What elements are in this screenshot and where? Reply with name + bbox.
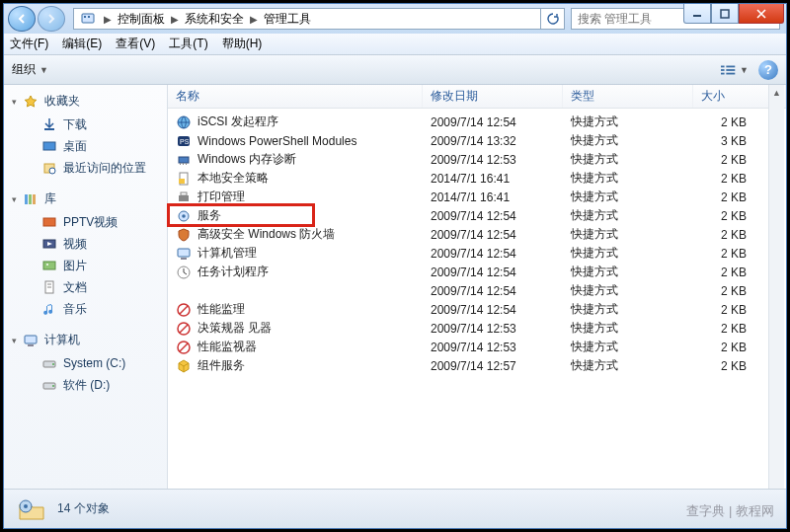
file-row[interactable]: 打印管理2014/7/1 16:41快捷方式2 KB (168, 188, 786, 206)
close-button[interactable] (739, 4, 784, 24)
file-row[interactable]: PSWindows PowerShell Modules2009/7/14 13… (168, 131, 786, 150)
statusbar: 14 个对象 (4, 489, 786, 528)
sidebar-item[interactable]: 文档 (4, 276, 167, 298)
svg-point-23 (46, 264, 48, 266)
file-date: 2009/7/14 12:54 (423, 115, 563, 129)
chevron-down-icon: ▾ (12, 336, 17, 345)
file-row[interactable]: 性能监视器2009/7/14 12:53快捷方式2 KB (168, 338, 786, 356)
file-row[interactable]: 决策规器 见器2009/7/14 12:53快捷方式2 KB (168, 319, 786, 338)
file-name: 本地安全策略 (198, 170, 269, 187)
file-icon (176, 208, 192, 224)
file-icon (176, 265, 192, 280)
toolbar: 组织 ▼ ▼ ? (4, 55, 786, 85)
menu-help[interactable]: 帮助(H) (222, 36, 263, 52)
sidebar-head-favorites[interactable]: ▾ 收藏夹 (4, 91, 167, 114)
file-row[interactable]: iSCSI 发起程序2009/7/14 12:54快捷方式2 KB (168, 113, 786, 131)
file-type: 快捷方式 (563, 282, 693, 299)
file-date: 2009/7/14 12:54 (423, 247, 563, 261)
file-row[interactable]: 高级安全 Windows 防火墙2009/7/14 12:54快捷方式2 KB (168, 225, 786, 244)
file-date: 2014/7/1 16:41 (423, 190, 563, 204)
breadcrumb-item[interactable]: 系统和安全 (183, 11, 246, 28)
item-icon (41, 377, 57, 393)
sidebar-item[interactable]: 下载 (4, 114, 167, 135)
file-type: 快捷方式 (563, 320, 693, 337)
file-name: 决策规器 见器 (198, 320, 272, 337)
sidebar-item[interactable]: System (C:) (4, 352, 167, 374)
sidebar-item[interactable]: 音乐 (4, 298, 167, 320)
nav-back-button[interactable] (8, 6, 36, 32)
column-name[interactable]: 名称 (168, 85, 423, 108)
svg-rect-20 (43, 218, 55, 226)
view-mode-button[interactable]: ▼ (721, 59, 749, 81)
sidebar-item[interactable]: 桌面 (4, 135, 167, 157)
file-date: 2009/7/14 12:53 (423, 153, 563, 167)
help-button[interactable]: ? (758, 60, 778, 80)
breadcrumb-item[interactable]: 控制面板 (116, 11, 167, 28)
menu-view[interactable]: 查看(V) (116, 36, 155, 52)
file-type: 快捷方式 (563, 301, 693, 318)
explorer-window: ▶ 控制面板 ▶ 系统和安全 ▶ 管理工具 文件(F) 编辑(E) 查看(V) … (3, 3, 787, 529)
sidebar-item[interactable]: PPTV视频 (4, 211, 167, 233)
menu-file[interactable]: 文件(F) (10, 36, 48, 52)
sidebar-head-computer[interactable]: ▾ 计算机 (4, 330, 167, 352)
maximize-button[interactable] (711, 4, 739, 24)
scroll-up-icon[interactable]: ▲ (769, 85, 784, 101)
file-icon (176, 283, 192, 299)
address-bar[interactable]: ▶ 控制面板 ▶ 系统和安全 ▶ 管理工具 (73, 8, 541, 30)
sidebar-item[interactable]: 图片 (4, 255, 167, 276)
refresh-button[interactable] (541, 8, 565, 30)
file-type: 快捷方式 (563, 264, 693, 280)
sidebar-item-label: 下载 (63, 115, 87, 133)
column-type[interactable]: 类型 (563, 85, 693, 108)
file-icon (176, 227, 192, 243)
svg-rect-9 (721, 72, 725, 74)
file-row[interactable]: 任务计划程序2009/7/14 12:54快捷方式2 KB (168, 263, 786, 281)
sidebar-group-computer: ▾ 计算机 System (C:)软件 (D:) (4, 330, 167, 396)
arrow-right-icon (46, 14, 56, 24)
scrollbar-vertical[interactable]: ▲ (768, 85, 784, 489)
menu-edit[interactable]: 编辑(E) (62, 36, 102, 52)
sidebar-item[interactable]: 视频 (4, 233, 167, 255)
file-name: 任务计划程序 (198, 264, 269, 280)
menu-tools[interactable]: 工具(T) (169, 36, 207, 52)
sidebar-head-libraries[interactable]: ▾ 库 (4, 189, 167, 211)
file-row[interactable]: 组件服务2009/7/14 12:57快捷方式2 KB (168, 356, 786, 375)
chevron-right-icon[interactable]: ▶ (100, 14, 116, 25)
file-row[interactable]: 服务2009/7/14 12:54快捷方式2 KB (168, 206, 786, 225)
chevron-right-icon[interactable]: ▶ (167, 14, 183, 25)
sidebar-item[interactable]: 软件 (D:) (4, 374, 167, 396)
file-row[interactable]: Windows 内存诊断2009/7/14 12:53快捷方式2 KB (168, 150, 786, 169)
organize-button[interactable]: 组织 ▼ (12, 61, 48, 78)
close-icon (756, 9, 766, 19)
chevron-right-icon[interactable]: ▶ (246, 14, 262, 25)
svg-rect-17 (25, 194, 28, 204)
file-name: 高级安全 Windows 防火墙 (198, 226, 335, 243)
file-name: Windows PowerShell Modules (198, 134, 356, 148)
file-type: 快捷方式 (563, 245, 693, 262)
computer-icon (23, 333, 39, 348)
nav-forward-button[interactable] (38, 6, 65, 32)
sidebar-item-label: 视频 (63, 235, 87, 253)
file-row[interactable]: 2009/7/14 12:54快捷方式2 KB (168, 281, 786, 300)
file-row[interactable]: 性能监理2009/7/14 12:54快捷方式2 KB (168, 300, 786, 319)
minimize-button[interactable] (683, 4, 711, 24)
chevron-down-icon: ▾ (12, 194, 17, 204)
column-headers: 名称 修改日期 类型 大小 (168, 85, 786, 109)
file-date: 2009/7/14 12:54 (423, 303, 563, 317)
file-date: 2009/7/14 12:54 (423, 266, 563, 279)
file-row[interactable]: 计算机管理2009/7/14 12:54快捷方式2 KB (168, 244, 786, 263)
file-icon (176, 321, 192, 337)
sidebar-item-label: 最近访问的位置 (63, 159, 146, 177)
sidebar-item[interactable]: 最近访问的位置 (4, 157, 167, 179)
file-date: 2014/7/1 16:41 (423, 172, 563, 186)
breadcrumb-item[interactable]: 管理工具 (262, 11, 313, 28)
sidebar-item-label: 音乐 (63, 300, 87, 318)
sidebar-item-label: 图片 (63, 257, 87, 274)
column-date[interactable]: 修改日期 (423, 85, 563, 108)
chevron-down-icon: ▾ (12, 97, 17, 107)
sidebar-item-label: PPTV视频 (63, 213, 118, 231)
file-row[interactable]: 本地安全策略2014/7/1 16:41快捷方式2 KB (168, 169, 786, 188)
file-type: 快捷方式 (563, 170, 693, 187)
svg-rect-10 (726, 65, 735, 67)
file-type: 快捷方式 (563, 339, 693, 355)
